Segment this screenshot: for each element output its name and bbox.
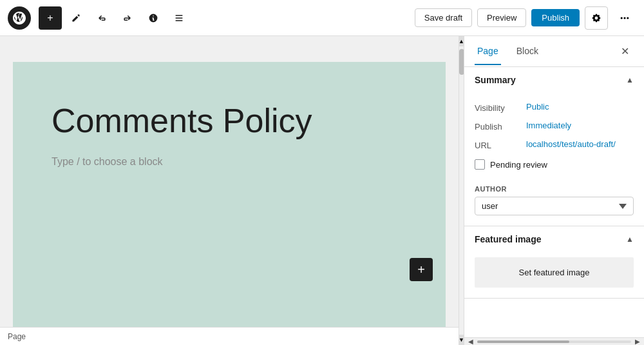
- sidebar-scroll-left-button[interactable]: ◀: [467, 338, 475, 346]
- post-title[interactable]: Comments Policy: [52, 101, 407, 141]
- url-label: URL: [475, 139, 526, 150]
- redo-icon: [122, 13, 133, 23]
- summary-title: Summary: [475, 75, 516, 85]
- scroll-up-button[interactable]: ▲: [459, 36, 464, 46]
- sidebar-scroll-track: [477, 340, 631, 343]
- publish-row: Publish Immediately: [475, 117, 634, 135]
- wp-logo[interactable]: [8, 6, 31, 30]
- featured-image-title: Featured image: [475, 234, 541, 244]
- scroll-down-button[interactable]: ▼: [459, 335, 464, 345]
- list-view-button[interactable]: [167, 6, 191, 30]
- redo-button[interactable]: [116, 6, 139, 30]
- settings-button[interactable]: [585, 6, 608, 30]
- add-block-button[interactable]: +: [39, 6, 62, 30]
- featured-image-body: Set featured image: [464, 252, 644, 298]
- info-icon: [148, 13, 158, 23]
- list-view-icon: [174, 13, 184, 23]
- tab-page[interactable]: Page: [475, 38, 501, 65]
- sidebar: Page Block ✕ Summary ▲ Visibility Public…: [464, 36, 644, 345]
- editor-scroll[interactable]: Comments Policy Type / to choose a block…: [0, 36, 459, 327]
- details-button[interactable]: [142, 6, 165, 30]
- visibility-row: Visibility Public: [475, 98, 634, 117]
- sidebar-scroll-thumb[interactable]: [477, 340, 569, 343]
- url-row: URL localhost/test/auto-draft/: [475, 135, 634, 154]
- status-bar: Page: [0, 327, 459, 345]
- summary-section-header[interactable]: Summary ▲: [464, 67, 644, 93]
- visibility-value[interactable]: Public: [526, 102, 549, 112]
- toolbar: + Save draft Preview Publish: [0, 0, 644, 36]
- settings-icon: [591, 13, 601, 23]
- editor-canvas: Comments Policy Type / to choose a block…: [13, 62, 446, 327]
- featured-image-section-header[interactable]: Featured image ▲: [464, 226, 644, 252]
- summary-section: Summary ▲ Visibility Public Publish Imme…: [464, 67, 644, 226]
- summary-section-body: Visibility Public Publish Immediately UR…: [464, 93, 644, 180]
- preview-button[interactable]: Preview: [477, 8, 526, 27]
- pending-review-row: Pending review: [475, 159, 634, 170]
- publish-button[interactable]: Publish: [531, 9, 580, 26]
- pending-review-checkbox[interactable]: [475, 159, 485, 170]
- url-value[interactable]: localhost/test/auto-draft/: [526, 139, 616, 149]
- pending-review-label: Pending review: [490, 160, 547, 170]
- sidebar-content: Summary ▲ Visibility Public Publish Imme…: [464, 67, 644, 337]
- edit-button[interactable]: [64, 6, 88, 30]
- publish-label: Publish: [475, 121, 526, 132]
- save-draft-button[interactable]: Save draft: [415, 8, 472, 27]
- editor-area: Comments Policy Type / to choose a block…: [0, 36, 459, 345]
- undo-icon: [97, 13, 107, 23]
- block-placeholder[interactable]: Type / to choose a block: [52, 156, 407, 168]
- author-section: AUTHOR user admin: [464, 180, 644, 226]
- featured-image-chevron-icon: ▲: [626, 235, 634, 244]
- edit-icon: [71, 13, 81, 23]
- set-featured-image-button[interactable]: Set featured image: [475, 257, 634, 288]
- visibility-label: Visibility: [475, 102, 526, 113]
- sidebar-close-button[interactable]: ✕: [616, 43, 634, 61]
- sidebar-header: Page Block ✕: [464, 36, 644, 67]
- summary-chevron-icon: ▲: [626, 75, 634, 84]
- main-area: Comments Policy Type / to choose a block…: [0, 36, 644, 345]
- status-text: Page: [8, 332, 26, 341]
- publish-value[interactable]: Immediately: [526, 121, 571, 130]
- undo-button[interactable]: [90, 6, 113, 30]
- editor-scrollbar[interactable]: ▲ ▼: [459, 36, 464, 345]
- more-options-button[interactable]: [613, 6, 636, 30]
- author-label: AUTHOR: [475, 185, 634, 193]
- toolbar-right: Save draft Preview Publish: [415, 6, 636, 30]
- wp-logo-icon: [13, 12, 26, 25]
- tab-block[interactable]: Block: [514, 38, 541, 65]
- add-block-inline-button[interactable]: +: [410, 258, 433, 281]
- sidebar-scrollbar[interactable]: ◀ ▶: [464, 337, 644, 345]
- sidebar-scroll-right-button[interactable]: ▶: [634, 338, 641, 346]
- featured-image-section: Featured image ▲ Set featured image: [464, 226, 644, 299]
- more-options-icon: [620, 13, 630, 23]
- author-select[interactable]: user admin: [475, 197, 634, 215]
